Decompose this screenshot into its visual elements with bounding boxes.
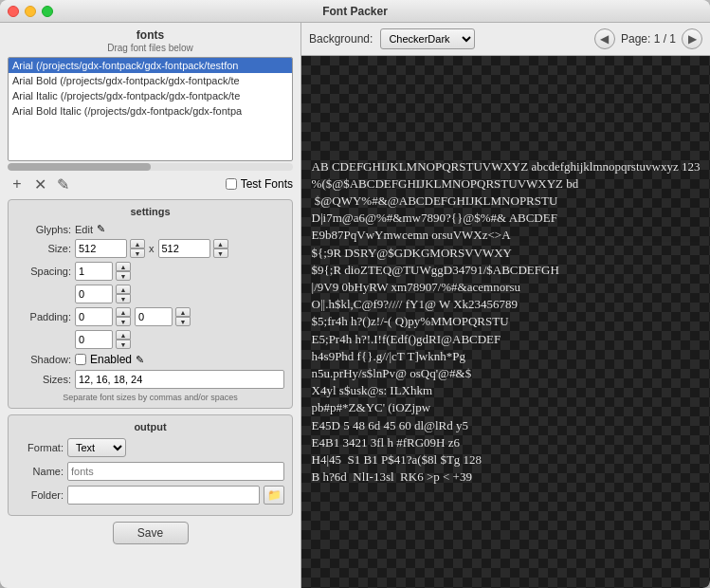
maximize-button[interactable] xyxy=(42,6,53,17)
background-label: Background: xyxy=(309,32,373,46)
size-h-up-btn[interactable]: ▲ xyxy=(213,239,228,248)
remove-font-button[interactable]: ✕ xyxy=(30,175,49,193)
settings-title: settings xyxy=(16,206,284,217)
padding-r-down-btn[interactable]: ▼ xyxy=(175,317,191,326)
test-fonts-text: Test Fonts xyxy=(241,177,293,191)
font-actions: + ✕ ✎ Test Fonts xyxy=(8,175,293,193)
padding-l-stepper: ▲ ▼ xyxy=(116,307,131,326)
padding-l-down-btn[interactable]: ▼ xyxy=(116,317,131,326)
output-title: output xyxy=(16,421,284,432)
x-separator: x xyxy=(149,243,155,254)
shadow-pencil-icon[interactable]: ✎ xyxy=(136,354,144,366)
size-h-stepper: ▲ ▼ xyxy=(213,239,228,258)
folder-browse-button[interactable]: 📁 xyxy=(264,486,284,505)
spacing-h-input[interactable] xyxy=(75,285,113,303)
padding-b-down-btn[interactable]: ▼ xyxy=(116,340,131,349)
left-panel: fonts Drag font files below Arial (/proj… xyxy=(0,23,301,588)
fonts-label: fonts xyxy=(8,28,293,42)
glyphs-label: Glyphs: xyxy=(16,224,71,235)
padding-row: Padding: ▲ ▼ ▲ ▼ xyxy=(16,307,284,326)
test-fonts-checkbox[interactable] xyxy=(226,178,237,190)
fonts-section: fonts Drag font files below Arial (/proj… xyxy=(8,28,293,193)
spacing-label: Spacing: xyxy=(16,266,71,277)
sizes-row: Sizes: xyxy=(16,370,284,389)
folder-label: Folder: xyxy=(16,489,64,501)
shadow-label: Shadow: xyxy=(16,354,71,365)
scrollbar[interactable] xyxy=(8,163,293,171)
settings-section: settings Glyphs: Edit ✎ Size: ▲ ▼ x xyxy=(8,199,293,409)
glyphs-pencil-icon[interactable]: ✎ xyxy=(97,223,105,235)
size-width-input[interactable] xyxy=(75,239,127,258)
font-text-overlay: AB CDEFGHIJKLMNOPQRSTUVWXYZ abcdefghijkl… xyxy=(301,56,710,588)
padding-b-stepper: ▲ ▼ xyxy=(116,330,131,349)
background-select[interactable]: CheckerDark CheckerLight White Black xyxy=(380,28,475,49)
list-item[interactable]: Arial (/projects/gdx-fontpack/gdx-fontpa… xyxy=(9,58,292,73)
main-window: Font Packer fonts Drag font files below … xyxy=(0,0,710,588)
size-label: Size: xyxy=(16,243,71,254)
padding-b-up-btn[interactable]: ▲ xyxy=(116,330,131,340)
edit-font-button[interactable]: ✎ xyxy=(53,175,72,193)
list-item[interactable]: Arial Bold (/projects/gdx-fontpack/gdx-f… xyxy=(9,73,292,88)
spacing-h-up-btn[interactable]: ▲ xyxy=(116,285,131,294)
padding-r-input[interactable] xyxy=(135,307,173,326)
close-button[interactable] xyxy=(8,6,19,17)
size-w-down-btn[interactable]: ▼ xyxy=(130,248,145,258)
add-font-button[interactable]: + xyxy=(8,175,27,193)
page-nav: ◀ Page: 1 / 1 ▶ xyxy=(594,28,702,49)
spacing-row: Spacing: ▲ ▼ xyxy=(16,262,284,281)
next-page-button[interactable]: ▶ xyxy=(682,28,702,49)
list-item[interactable]: Arial Italic (/projects/gdx-fontpack/gdx… xyxy=(9,88,292,103)
prev-page-button[interactable]: ◀ xyxy=(594,28,615,49)
size-w-up-btn[interactable]: ▲ xyxy=(130,239,145,248)
spacing-h-stepper: ▲ ▼ xyxy=(116,285,131,303)
spacing-h-row: ▲ ▼ xyxy=(75,285,284,303)
spacing-h-down-btn[interactable]: ▼ xyxy=(116,294,131,303)
name-row: Name: xyxy=(16,462,284,481)
padding-b-row: ▲ ▼ xyxy=(75,330,284,349)
name-label: Name: xyxy=(16,466,64,477)
save-button[interactable]: Save xyxy=(113,522,189,544)
size-h-down-btn[interactable]: ▼ xyxy=(213,248,228,258)
spacing-v-up-btn[interactable]: ▲ xyxy=(116,262,131,271)
right-header: Background: CheckerDark CheckerLight Whi… xyxy=(301,23,710,56)
shadow-enabled-text: Enabled xyxy=(90,353,132,366)
window-title: Font Packer xyxy=(322,5,388,18)
size-w-stepper: ▲ ▼ xyxy=(130,239,145,258)
glyphs-edit-link[interactable]: Edit xyxy=(75,224,93,235)
padding-r-stepper: ▲ ▼ xyxy=(175,307,191,326)
format-label: Format: xyxy=(16,442,64,453)
font-list[interactable]: Arial (/projects/gdx-fontpack/gdx-fontpa… xyxy=(8,57,293,161)
folder-row: Folder: 📁 xyxy=(16,486,284,505)
minimize-button[interactable] xyxy=(25,6,36,17)
main-content: fonts Drag font files below Arial (/proj… xyxy=(0,23,710,588)
padding-l-input[interactable] xyxy=(75,307,113,326)
padding-r-up-btn[interactable]: ▲ xyxy=(175,307,191,317)
folder-input[interactable] xyxy=(67,486,260,505)
title-bar: Font Packer xyxy=(0,0,710,23)
format-select[interactable]: Text Binary xyxy=(67,438,126,457)
spacing-v-input[interactable] xyxy=(75,262,113,281)
right-panel: Background: CheckerDark CheckerLight Whi… xyxy=(301,23,710,588)
spacing-v-stepper: ▲ ▼ xyxy=(116,262,131,281)
padding-l-up-btn[interactable]: ▲ xyxy=(116,307,131,317)
page-label: Page: 1 / 1 xyxy=(621,32,676,46)
test-fonts-label[interactable]: Test Fonts xyxy=(226,177,293,191)
font-chars-display: AB CDEFGHIJKLMNOPQRSTUVWXYZ abcdefghijkl… xyxy=(312,158,701,487)
size-height-input[interactable] xyxy=(158,239,210,258)
fonts-sublabel: Drag font files below xyxy=(8,43,293,53)
name-input[interactable] xyxy=(67,462,284,481)
output-section: output Format: Text Binary Name: Folder:… xyxy=(8,414,293,516)
padding-b-input[interactable] xyxy=(75,330,113,349)
sizes-label: Sizes: xyxy=(16,374,71,385)
padding-label: Padding: xyxy=(16,311,71,322)
size-row: Size: ▲ ▼ x ▲ ▼ xyxy=(16,239,284,258)
shadow-enabled-checkbox[interactable] xyxy=(75,354,86,365)
list-item[interactable]: Arial Bold Italic (/projects/gdx-fontpac… xyxy=(9,103,292,119)
glyphs-row: Glyphs: Edit ✎ xyxy=(16,223,284,235)
sizes-hint: Separate font sizes by commas and/or spa… xyxy=(16,393,284,402)
traffic-lights xyxy=(8,6,53,17)
format-row: Format: Text Binary xyxy=(16,438,284,457)
shadow-row: Shadow: Enabled ✎ xyxy=(16,353,284,366)
spacing-v-down-btn[interactable]: ▼ xyxy=(116,271,131,281)
sizes-input[interactable] xyxy=(75,370,284,389)
